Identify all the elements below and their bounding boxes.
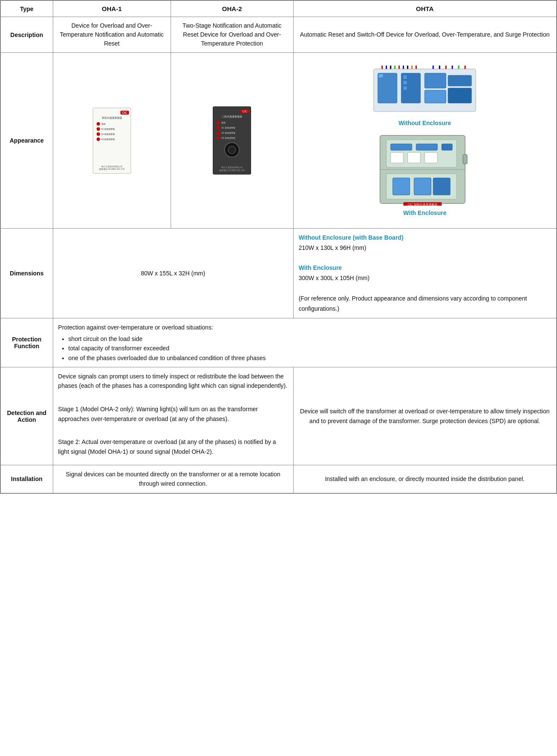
- oha2-s1-label: S1 相過溫警報: [221, 126, 235, 129]
- svg-rect-38: [414, 178, 431, 195]
- svg-rect-6: [403, 86, 407, 90]
- protection-label: Protection Function: [1, 318, 53, 367]
- oha2-led-s3: S3 相過溫警報: [215, 136, 249, 140]
- header-row: Type OHA-1 OHA-2 OHTA: [1, 1, 557, 17]
- description-oha1: Device for Overload and Over-Temperature…: [53, 17, 171, 53]
- type-header: Type: [1, 1, 53, 17]
- description-row: Description Device for Overload and Over…: [1, 17, 557, 53]
- detection-label: Detection and Action: [1, 367, 53, 465]
- dimensions-row: Dimensions 80W x 155L x 32H (mm) Without…: [1, 229, 557, 318]
- oha1-led-s3: S3 相過溫警報: [95, 137, 129, 141]
- protection-row: Protection Function Protection against o…: [1, 318, 557, 367]
- oha1-power-label: 電源: [101, 123, 106, 125]
- svg-rect-2: [379, 74, 383, 77]
- oha2-speaker-inner: [228, 146, 236, 154]
- oha1-power-led: [97, 122, 100, 126]
- dimensions-label: Dimensions: [1, 229, 53, 318]
- svg-rect-30: [391, 144, 412, 150]
- oha2-footer-line1: 鳴力工業技術有限公司: [219, 166, 245, 169]
- ohta-no-enc-dim-blue-label: Without Enclosure (with Base Board): [299, 234, 403, 241]
- svg-text:CIC 智能化溫度過載器: CIC 智能化溫度過載器: [408, 203, 437, 206]
- oha2-s2-label: S2 相過溫警報: [221, 132, 235, 134]
- svg-rect-32: [442, 144, 452, 150]
- oha2-footer: 鳴力工業技術有限公司 服務電話 04-0800-251-176: [219, 166, 245, 172]
- description-ohta: Automatic Reset and Switch-Off Device fo…: [293, 17, 556, 53]
- ohta-enc-dim-value: 300W x 300L x 105H (mm): [299, 273, 551, 284]
- oha2-brand: CIC: [240, 109, 249, 113]
- detection-p1: Device signals can prompt users to timel…: [58, 372, 288, 391]
- appearance-ohta: Without Enclosure: [293, 53, 556, 229]
- oha1-title: 單段式過溫警報器: [102, 116, 122, 120]
- oha1-s1-label: S1 相過溫警報: [101, 128, 115, 130]
- ohta-with-enclosure-label: With Enclosure: [378, 209, 471, 216]
- svg-rect-33: [391, 152, 403, 163]
- oha1-s3-label: S3 相過溫警報: [101, 138, 115, 140]
- detection-p3: Stage 2: Actual over-temperature or over…: [58, 437, 288, 456]
- detection-row: Detection and Action Device signals can …: [1, 367, 557, 465]
- protection-intro: Protection against over-temperature or o…: [58, 324, 213, 331]
- ohta-dim-note: (For reference only. Product appearance …: [299, 294, 551, 314]
- ohta-no-enclosure-block: Without Enclosure: [369, 65, 480, 126]
- oha1-led-s1: S1 相過溫警報: [95, 127, 129, 131]
- description-oha2: Two-Stage Notification and Automatic Res…: [171, 17, 293, 53]
- oha1-s2-label: S2 相過溫警報: [101, 133, 115, 135]
- oha2-s3-led: [217, 136, 220, 140]
- oha2-led-s1: S1 相過溫警報: [215, 126, 249, 129]
- ohta-no-enc-dim-label: Without Enclosure (with Base Board): [299, 233, 551, 243]
- oha2-s2-led: [217, 131, 220, 135]
- svg-rect-37: [393, 178, 410, 195]
- oha1-led-power: 電源: [95, 122, 129, 126]
- description-label: Description: [1, 17, 53, 53]
- svg-rect-31: [416, 144, 437, 150]
- appearance-oha2: CIC 二段式過溫警報器 電源 S1 相過溫警報 S2 相過溫警報: [171, 53, 293, 229]
- svg-rect-35: [425, 152, 437, 163]
- oha2-header: OHA-2: [171, 1, 293, 17]
- oha1-footer-line2: 服務電話 04-0800-251-176: [99, 168, 125, 171]
- svg-rect-5: [403, 81, 407, 84]
- svg-rect-9: [448, 75, 471, 86]
- protection-item-3: one of the phases overloaded due to unba…: [69, 353, 551, 363]
- svg-rect-7: [425, 73, 446, 88]
- svg-rect-34: [408, 152, 420, 163]
- svg-rect-39: [433, 178, 450, 195]
- oha2-power-label: 電源: [221, 121, 226, 124]
- svg-rect-1: [378, 73, 397, 103]
- dimensions-ohta: Without Enclosure (with Base Board) 210W…: [293, 229, 556, 318]
- oha1-led-s2: S2 相過溫警報: [95, 132, 129, 136]
- ohta-images: Without Enclosure: [298, 61, 552, 220]
- oha2-title: 二段式過溫警報器: [222, 115, 242, 119]
- oha2-device-illustration: CIC 二段式過溫警報器 電源 S1 相過溫警報 S2 相過溫警報: [213, 106, 251, 175]
- comparison-table: Type OHA-1 OHA-2 OHTA Description Device…: [0, 0, 557, 494]
- oha1-brand: CIC: [120, 111, 129, 115]
- oha2-speaker: [224, 142, 240, 158]
- ohta-with-enclosure-svg: CIC 智能化溫度過載器: [378, 133, 471, 206]
- ohta-header: OHTA: [293, 1, 556, 17]
- oha2-s3-label: S3 相過溫警報: [221, 137, 235, 139]
- svg-rect-10: [448, 88, 471, 103]
- svg-rect-4: [403, 75, 407, 79]
- installation-label: Installation: [1, 465, 53, 493]
- protection-list: short circuit on the load side total cap…: [69, 334, 551, 363]
- ohta-enc-dim-label: With Enclosure: [299, 263, 551, 273]
- appearance-oha1: CIC 單段式過溫警報器 電源 S1 相過溫警報 S2 相過溫警報: [53, 53, 171, 229]
- oha1-header: OHA-1: [53, 1, 171, 17]
- protection-item-2: total capacity of transformer exceeded: [69, 344, 551, 353]
- detection-ohta: Device will switch off the transformer a…: [293, 367, 556, 465]
- protection-content: Protection against over-temperature or o…: [53, 318, 556, 367]
- appearance-label: Appearance: [1, 53, 53, 229]
- oha1-device-illustration: CIC 單段式過溫警報器 電源 S1 相過溫警報 S2 相過溫警報: [93, 108, 131, 174]
- installation-row: Installation Signal devices can be mount…: [1, 465, 557, 493]
- oha2-power-led: [217, 121, 220, 124]
- dimensions-oha1-oha2: 80W x 155L x 32H (mm): [53, 229, 293, 318]
- oha2-led-power: 電源: [215, 121, 249, 124]
- ohta-no-enclosure-svg: [369, 65, 480, 116]
- detection-oha1-oha2: Device signals can prompt users to timel…: [53, 367, 293, 465]
- oha2-s1-led: [217, 126, 220, 129]
- appearance-row: Appearance CIC 單段式過溫警報器 電源 S1 相過溫警報: [1, 53, 557, 229]
- installation-oha1-oha2: Signal devices can be mounted directly o…: [53, 465, 293, 493]
- oha2-footer-line2: 服務電話 04-0800-251-176: [219, 169, 245, 172]
- ohta-with-enclosure-block: CIC 智能化溫度過載器 With Enclosure: [378, 133, 471, 216]
- ohta-no-enc-dim-value: 210W x 130L x 96H (mm): [299, 243, 551, 253]
- detection-p2: Stage 1 (Model OHA-2 only): Warning ligh…: [58, 404, 288, 424]
- oha1-s3-led: [97, 137, 100, 141]
